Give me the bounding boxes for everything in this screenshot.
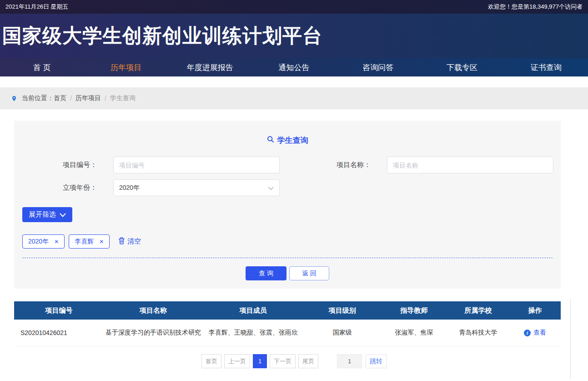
project-name-input[interactable] — [387, 157, 553, 173]
main-nav: 首 页 历年项目 年度进展报告 通知公告 咨询问答 下载专区 证书查询 — [0, 58, 588, 76]
scrollbar-track[interactable] — [570, 299, 571, 379]
project-name-group: 项目名称： — [323, 157, 553, 173]
cell-project-code: S202010426021 — [14, 329, 104, 336]
dashed-divider — [22, 258, 553, 258]
nav-item-qa[interactable]: 咨询问答 — [336, 58, 420, 76]
pagination-page-1-button[interactable]: 1 — [253, 354, 267, 368]
clear-filters-button[interactable]: 清空 — [118, 237, 141, 246]
table-row: S202010426021 基于深度学习的手语识别技术研究 李喜辉、王晓甜、张震… — [14, 320, 561, 346]
project-name-label: 项目名称： — [323, 161, 387, 169]
nav-item-home[interactable]: 首 页 — [0, 58, 84, 76]
results-table: 项目编号 项目名称 项目成员 项目级别 指导教师 所属学校 操作 S202010… — [14, 301, 561, 346]
pagination: 首页 上一页 1 下一页 尾页 跳转 — [0, 354, 588, 368]
info-icon: i — [524, 330, 531, 336]
col-header-level: 项目级别 — [304, 306, 381, 315]
year-label: 立项年份： — [14, 183, 113, 192]
col-header-school: 所属学校 — [447, 306, 509, 315]
cell-teachers: 张淑军、焦琛 — [381, 329, 447, 337]
pagination-first-button[interactable]: 首页 — [201, 354, 221, 368]
breadcrumb-separator: / — [105, 95, 106, 102]
breadcrumb-item-home[interactable]: 首页 — [54, 94, 66, 102]
pagination-jump-button[interactable]: 跳转 — [366, 354, 387, 368]
col-header-action: 操作 — [509, 306, 561, 315]
form-actions: 查 询 返 回 — [14, 266, 561, 280]
year-select-value: 2020年 — [119, 184, 140, 192]
breadcrumb-prefix: 当前位置： — [22, 94, 54, 102]
breadcrumb-item-past-projects[interactable]: 历年项目 — [75, 94, 101, 102]
nav-item-annual-progress-report[interactable]: 年度进展报告 — [168, 58, 252, 76]
col-header-project-code: 项目编号 — [14, 306, 104, 315]
project-code-group: 项目编号： — [14, 157, 280, 173]
breadcrumb: 当前位置： 首页 / 历年项目 / 学生查询 — [0, 87, 588, 109]
nav-item-downloads[interactable]: 下载专区 — [420, 58, 504, 76]
form-row-1: 项目编号： 项目名称： — [14, 157, 561, 173]
filter-tag-label: 2020年 — [28, 238, 49, 246]
topbar: 2021年11月26日 星期五 欢迎您！您是第18,349,977个访问者 — [0, 0, 588, 14]
nav-item-notices[interactable]: 通知公告 — [252, 58, 336, 76]
form-row-2: 立项年份： 2020年 — [14, 179, 561, 196]
filter-tag-student: 李喜辉 ✕ — [69, 234, 110, 249]
site-title: 国家级大学生创新创业训练计划平台 — [0, 23, 322, 49]
col-header-members: 项目成员 — [203, 306, 304, 315]
breadcrumb-separator: / — [70, 95, 72, 102]
cell-action: i 查看 — [509, 329, 561, 337]
trash-icon — [118, 237, 125, 246]
page: 2021年11月26日 星期五 欢迎您！您是第18,349,977个访问者 国家… — [0, 0, 588, 381]
topbar-date: 2021年11月26日 星期五 — [5, 3, 69, 11]
chevron-down-icon — [60, 211, 66, 218]
expand-filter-button[interactable]: 展开筛选 — [22, 207, 72, 222]
panel-title: 学生查询 — [14, 121, 561, 146]
close-icon[interactable]: ✕ — [54, 239, 59, 244]
search-panel: 学生查询 项目编号： 项目名称： 立项年份： 2020年 — [14, 121, 561, 289]
filter-tags-row: 2020年 ✕ 李喜辉 ✕ 清空 — [22, 234, 561, 249]
back-button[interactable]: 返 回 — [289, 266, 329, 280]
site-header: 国家级大学生创新创业训练计划平台 — [0, 14, 588, 58]
col-header-project-name: 项目名称 — [104, 306, 203, 315]
pagination-next-button[interactable]: 下一页 — [270, 354, 296, 368]
pagination-last-button[interactable]: 尾页 — [298, 354, 318, 368]
year-select[interactable]: 2020年 — [113, 179, 280, 196]
view-link-label: 查看 — [533, 329, 546, 337]
filter-tag-label: 李喜辉 — [75, 238, 94, 246]
nav-item-certificate-query[interactable]: 证书查询 — [504, 58, 588, 76]
filter-tag-year: 2020年 ✕ — [22, 234, 65, 249]
chevron-down-icon — [268, 184, 274, 192]
topbar-welcome: 欢迎您！您是第18,349,977个访问者 — [488, 3, 583, 11]
view-link[interactable]: i 查看 — [524, 329, 546, 337]
panel-title-text: 学生查询 — [277, 135, 308, 146]
table-header-row: 项目编号 项目名称 项目成员 项目级别 指导教师 所属学校 操作 — [14, 301, 561, 320]
location-pin-icon — [11, 94, 17, 103]
close-icon[interactable]: ✕ — [99, 239, 104, 244]
expand-filter-label: 展开筛选 — [29, 210, 56, 219]
project-code-input[interactable] — [113, 157, 280, 173]
cell-members: 李喜辉、王晓甜、张震、张雨欣 — [203, 329, 304, 337]
breadcrumb-item-student-query: 学生查询 — [110, 94, 136, 102]
query-button[interactable]: 查 询 — [246, 266, 286, 280]
col-header-teachers: 指导教师 — [381, 306, 447, 315]
cell-project-name: 基于深度学习的手语识别技术研究 — [104, 329, 203, 337]
nav-item-past-projects[interactable]: 历年项目 — [84, 58, 168, 76]
project-code-label: 项目编号： — [14, 161, 113, 169]
year-group: 立项年份： 2020年 — [14, 179, 280, 196]
clear-filters-label: 清空 — [127, 237, 141, 246]
pagination-jump-input[interactable] — [337, 354, 362, 368]
cell-level: 国家级 — [304, 329, 381, 337]
cell-school: 青岛科技大学 — [447, 329, 509, 337]
pagination-prev-button[interactable]: 上一页 — [224, 354, 250, 368]
search-icon — [267, 136, 274, 145]
